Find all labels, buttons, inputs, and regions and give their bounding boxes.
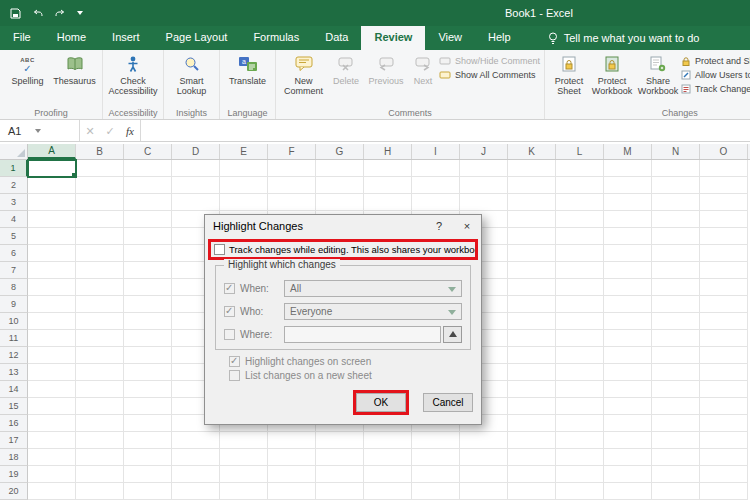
cell-J20[interactable] bbox=[460, 483, 508, 500]
cell-A14[interactable] bbox=[28, 381, 76, 398]
cell-O18[interactable] bbox=[700, 449, 748, 466]
cell-O10[interactable] bbox=[700, 313, 748, 330]
cell-M5[interactable] bbox=[604, 228, 652, 245]
cell-K4[interactable] bbox=[508, 211, 556, 228]
cell-B3[interactable] bbox=[76, 194, 124, 211]
cell-D1[interactable] bbox=[172, 160, 220, 177]
cell-L16[interactable] bbox=[556, 415, 604, 432]
cell-L19[interactable] bbox=[556, 466, 604, 483]
list-changes-new-sheet-checkbox[interactable] bbox=[229, 370, 240, 381]
cell-C9[interactable] bbox=[124, 296, 172, 313]
cell-O5[interactable] bbox=[700, 228, 748, 245]
cell-A8[interactable] bbox=[28, 279, 76, 296]
column-header-I[interactable]: I bbox=[412, 144, 460, 159]
cell-L4[interactable] bbox=[556, 211, 604, 228]
cell-N2[interactable] bbox=[652, 177, 700, 194]
cell-L20[interactable] bbox=[556, 483, 604, 500]
row-header-6[interactable]: 6 bbox=[0, 245, 28, 262]
cell-N14[interactable] bbox=[652, 381, 700, 398]
smart-lookup-button[interactable]: Smart Lookup bbox=[168, 52, 215, 99]
cell-C3[interactable] bbox=[124, 194, 172, 211]
cell-N6[interactable] bbox=[652, 245, 700, 262]
cell-A3[interactable] bbox=[28, 194, 76, 211]
select-all-corner[interactable] bbox=[0, 144, 28, 159]
cell-N13[interactable] bbox=[652, 364, 700, 381]
tab-data[interactable]: Data bbox=[312, 26, 361, 50]
cell-N9[interactable] bbox=[652, 296, 700, 313]
column-header-O[interactable]: O bbox=[700, 144, 748, 159]
cell-M4[interactable] bbox=[604, 211, 652, 228]
cell-K20[interactable] bbox=[508, 483, 556, 500]
cell-C1[interactable] bbox=[124, 160, 172, 177]
cell-B6[interactable] bbox=[76, 245, 124, 262]
cell-O4[interactable] bbox=[700, 211, 748, 228]
cell-O17[interactable] bbox=[700, 432, 748, 449]
cell-A1[interactable] bbox=[28, 160, 76, 177]
dialog-close-button[interactable]: × bbox=[453, 215, 481, 237]
column-header-E[interactable]: E bbox=[220, 144, 268, 159]
customize-quick-access-icon[interactable] bbox=[77, 11, 83, 15]
cell-C15[interactable] bbox=[124, 398, 172, 415]
row-header-5[interactable]: 5 bbox=[0, 228, 28, 245]
cell-C13[interactable] bbox=[124, 364, 172, 381]
cell-B12[interactable] bbox=[76, 347, 124, 364]
cell-A20[interactable] bbox=[28, 483, 76, 500]
cell-B20[interactable] bbox=[76, 483, 124, 500]
cell-F1[interactable] bbox=[268, 160, 316, 177]
cell-D18[interactable] bbox=[172, 449, 220, 466]
row-header-2[interactable]: 2 bbox=[0, 177, 28, 194]
cell-M2[interactable] bbox=[604, 177, 652, 194]
column-header-A[interactable]: A bbox=[28, 144, 76, 159]
name-box-dropdown-icon[interactable] bbox=[35, 129, 41, 133]
cell-K14[interactable] bbox=[508, 381, 556, 398]
cell-N11[interactable] bbox=[652, 330, 700, 347]
cell-M16[interactable] bbox=[604, 415, 652, 432]
cell-N4[interactable] bbox=[652, 211, 700, 228]
cell-O15[interactable] bbox=[700, 398, 748, 415]
cell-C6[interactable] bbox=[124, 245, 172, 262]
cell-H17[interactable] bbox=[364, 432, 412, 449]
cell-K12[interactable] bbox=[508, 347, 556, 364]
cell-M9[interactable] bbox=[604, 296, 652, 313]
cell-B2[interactable] bbox=[76, 177, 124, 194]
cell-C17[interactable] bbox=[124, 432, 172, 449]
row-header-1[interactable]: 1 bbox=[0, 160, 28, 177]
cell-I2[interactable] bbox=[412, 177, 460, 194]
cell-H19[interactable] bbox=[364, 466, 412, 483]
cell-H3[interactable] bbox=[364, 194, 412, 211]
cell-J19[interactable] bbox=[460, 466, 508, 483]
cell-D17[interactable] bbox=[172, 432, 220, 449]
cell-K16[interactable] bbox=[508, 415, 556, 432]
cell-H2[interactable] bbox=[364, 177, 412, 194]
column-header-K[interactable]: K bbox=[508, 144, 556, 159]
row-header-13[interactable]: 13 bbox=[0, 364, 28, 381]
cell-A11[interactable] bbox=[28, 330, 76, 347]
cell-L14[interactable] bbox=[556, 381, 604, 398]
cell-I20[interactable] bbox=[412, 483, 460, 500]
cell-O9[interactable] bbox=[700, 296, 748, 313]
cell-B10[interactable] bbox=[76, 313, 124, 330]
cell-G2[interactable] bbox=[316, 177, 364, 194]
check-accessibility-button[interactable]: Check Accessibility bbox=[107, 52, 159, 99]
row-header-3[interactable]: 3 bbox=[0, 194, 28, 211]
row-header-20[interactable]: 20 bbox=[0, 483, 28, 500]
row-header-15[interactable]: 15 bbox=[0, 398, 28, 415]
column-header-J[interactable]: J bbox=[460, 144, 508, 159]
cell-L11[interactable] bbox=[556, 330, 604, 347]
cell-N1[interactable] bbox=[652, 160, 700, 177]
protect-sheet-button[interactable]: Protect Sheet bbox=[549, 52, 589, 99]
enter-formula-icon[interactable]: ✓ bbox=[100, 120, 120, 141]
cell-B18[interactable] bbox=[76, 449, 124, 466]
row-header-10[interactable]: 10 bbox=[0, 313, 28, 330]
row-header-18[interactable]: 18 bbox=[0, 449, 28, 466]
cell-K5[interactable] bbox=[508, 228, 556, 245]
previous-comment-button[interactable]: Previous bbox=[365, 52, 407, 88]
cell-A5[interactable] bbox=[28, 228, 76, 245]
cell-C16[interactable] bbox=[124, 415, 172, 432]
show-all-comments-button[interactable]: Show All Comments bbox=[439, 70, 540, 80]
cell-K9[interactable] bbox=[508, 296, 556, 313]
cell-O11[interactable] bbox=[700, 330, 748, 347]
cell-L12[interactable] bbox=[556, 347, 604, 364]
cell-M11[interactable] bbox=[604, 330, 652, 347]
cell-C12[interactable] bbox=[124, 347, 172, 364]
